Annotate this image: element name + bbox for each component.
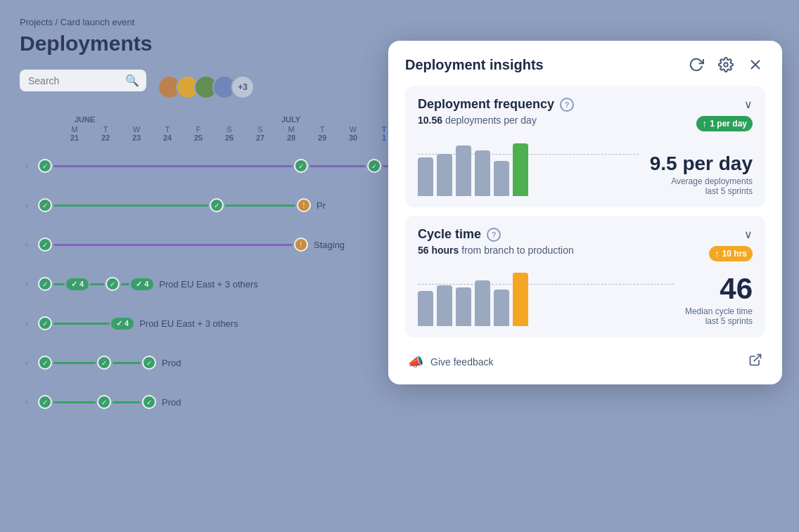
search-icon: 🔍 bbox=[125, 74, 139, 87]
panel-icons bbox=[686, 55, 765, 74]
day-label: M28 bbox=[276, 125, 307, 142]
bar-highlight bbox=[513, 273, 528, 326]
deployment-frequency-stat: 9.5 per day Average deploymentslast 5 sp… bbox=[650, 154, 753, 196]
bar-highlight bbox=[513, 143, 528, 196]
check-node: ✓ bbox=[142, 356, 156, 370]
check-node: ✓ bbox=[97, 395, 111, 409]
panel-title: Deployment insights bbox=[405, 57, 544, 73]
deployment-frequency-suffix: deployments per day bbox=[442, 115, 537, 126]
bar bbox=[437, 285, 452, 326]
table-row: ‹ ✓ ✓ ✓ Prod bbox=[20, 384, 779, 420]
cycle-time-title: Cycle time bbox=[418, 227, 481, 242]
day-label: W23 bbox=[121, 125, 152, 142]
search-bar[interactable]: 🔍 bbox=[20, 70, 146, 91]
info-icon[interactable]: ? bbox=[560, 98, 574, 112]
check-node: ✓ bbox=[294, 159, 308, 173]
search-input[interactable] bbox=[28, 75, 120, 86]
bar bbox=[494, 161, 509, 196]
trend-arrow: ↑ bbox=[702, 118, 707, 129]
check-node: ✓ bbox=[38, 238, 52, 252]
settings-button[interactable] bbox=[716, 55, 736, 74]
external-link-icon[interactable] bbox=[748, 353, 762, 370]
avatar-group: +3 bbox=[158, 75, 255, 99]
stat-label: Median cycle timelast 5 sprints bbox=[685, 306, 753, 326]
feedback-icon: 📣 bbox=[408, 354, 423, 370]
day-label: T29 bbox=[307, 125, 338, 142]
day-label: W30 bbox=[338, 125, 369, 142]
pipeline-label: Prod EU East + 3 others bbox=[139, 318, 238, 329]
insights-panel: Deployment insights bbox=[388, 41, 782, 384]
check-node: ✓ bbox=[38, 198, 52, 212]
day-label: F25 bbox=[183, 125, 214, 142]
deployment-frequency-title: Deployment frequency bbox=[418, 97, 554, 112]
collapse-button[interactable]: ‹ bbox=[20, 395, 34, 409]
collapse-button[interactable]: ‹ bbox=[20, 316, 34, 330]
check-node: ✓ bbox=[38, 277, 52, 291]
day-label: S27 bbox=[245, 125, 276, 142]
collapse-button[interactable]: ‹ bbox=[20, 238, 34, 252]
trend-badge-deployment: ↑ 1 per day bbox=[696, 116, 753, 131]
bar bbox=[418, 291, 433, 326]
cycle-time-chart bbox=[418, 270, 674, 326]
bar bbox=[475, 150, 490, 196]
collapse-button[interactable]: ‹ bbox=[20, 159, 34, 173]
bar bbox=[475, 280, 490, 326]
day-label: T22 bbox=[90, 125, 121, 142]
check-node: ✓ bbox=[367, 159, 381, 173]
pipeline-label: Prod bbox=[162, 358, 181, 368]
cycle-time-value: 56 hours bbox=[418, 245, 459, 256]
collapse-button[interactable]: ‹ bbox=[20, 277, 34, 291]
check-node: ✓ bbox=[97, 356, 111, 370]
svg-line-3 bbox=[754, 355, 760, 361]
month-july: JULY bbox=[276, 115, 400, 124]
svg-point-0 bbox=[724, 63, 728, 67]
feedback-row: 📣 Give feedback bbox=[405, 346, 765, 370]
check-node: ✓ bbox=[38, 356, 52, 370]
check-node: ✓ bbox=[142, 395, 156, 409]
cycle-time-subtitle: 56 hours from branch to production bbox=[418, 245, 574, 256]
warn-node: ! bbox=[297, 198, 311, 212]
panel-header: Deployment insights bbox=[405, 55, 765, 74]
stat-number: 46 bbox=[685, 274, 753, 304]
refresh-button[interactable] bbox=[686, 55, 706, 74]
month-june: JUNE bbox=[59, 115, 276, 124]
collapse-button[interactable]: ‹ bbox=[20, 198, 34, 212]
bar bbox=[456, 287, 471, 326]
deployment-frequency-subtitle: 10.56 deployments per day bbox=[418, 115, 537, 126]
cycle-time-stat: 46 Median cycle timelast 5 sprints bbox=[685, 274, 753, 326]
bar bbox=[456, 145, 471, 196]
day-label: T24 bbox=[152, 125, 183, 142]
check-node: ✓ bbox=[38, 395, 52, 409]
trend-label: 10 hrs bbox=[722, 249, 747, 259]
badge-node: ✓ 4 bbox=[66, 278, 89, 290]
check-node: ✓ bbox=[38, 159, 52, 173]
avatar-count: +3 bbox=[231, 75, 255, 99]
pipeline-label: Prod EU East + 3 others bbox=[159, 279, 258, 290]
chevron-icon[interactable]: ∨ bbox=[744, 98, 753, 111]
stat-label: Average deploymentslast 5 sprints bbox=[650, 176, 753, 196]
bar bbox=[437, 154, 452, 196]
check-node: ✓ bbox=[38, 316, 52, 330]
collapse-button[interactable]: ‹ bbox=[20, 356, 34, 370]
breadcrumb: Projects / Card launch event bbox=[20, 17, 779, 27]
pipeline-label: Prod bbox=[162, 397, 181, 408]
feedback-label: Give feedback bbox=[430, 356, 494, 368]
warn-node: ! bbox=[294, 238, 308, 252]
deployment-frequency-chart bbox=[418, 140, 639, 196]
bar bbox=[494, 290, 509, 326]
stat-number: 9.5 per day bbox=[650, 154, 753, 174]
chevron-icon[interactable]: ∨ bbox=[744, 228, 753, 241]
cycle-time-card: Cycle time ? ∨ 56 hours from branch to p… bbox=[405, 216, 765, 337]
pipeline-label: Pr bbox=[317, 200, 326, 211]
trend-arrow: ↑ bbox=[715, 248, 720, 259]
badge-node: ✓ 4 bbox=[131, 278, 153, 290]
info-icon[interactable]: ? bbox=[487, 228, 501, 242]
day-label: M21 bbox=[59, 125, 90, 142]
feedback-button[interactable]: 📣 Give feedback bbox=[408, 354, 494, 370]
close-button[interactable] bbox=[746, 55, 765, 74]
check-node: ✓ bbox=[210, 198, 224, 212]
cycle-time-suffix: from branch to production bbox=[459, 245, 573, 256]
pipeline-label: Staging bbox=[314, 240, 345, 250]
deployment-frequency-value: 10.56 bbox=[418, 115, 442, 126]
check-node: ✓ bbox=[106, 277, 120, 291]
